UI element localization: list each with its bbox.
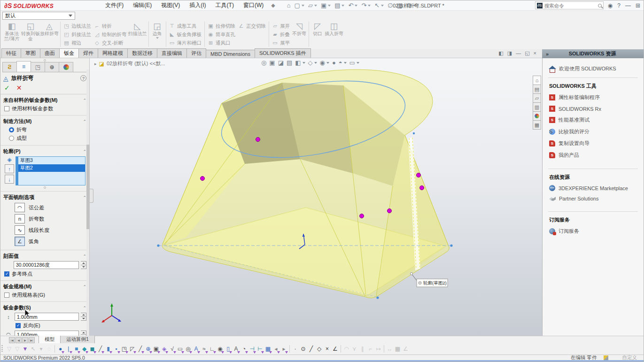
undo-icon[interactable]: ↶ [347,1,359,9]
line-tool-icon[interactable]: ∣ [64,345,72,353]
sketch-point-icon[interactable]: · [291,345,299,353]
tab-scroll-button[interactable]: |◀ [9,337,15,343]
zoom-note-icon[interactable]: ◉ [216,345,224,353]
border-tool-icon[interactable]: ▣ [152,345,160,353]
collapse-icon[interactable]: ⌃ [83,149,86,154]
move-up-button[interactable]: ↑ [5,164,14,173]
bend-radius-stepper[interactable] [81,331,86,336]
view-palette-tab[interactable]: ▥ [533,102,541,112]
collapse-icon[interactable]: ⌃ [83,119,86,124]
ribbon-big-button[interactable]: ◹ 不折弯 [291,21,307,48]
method-radio[interactable]: 成型 [9,135,86,142]
parallel-tool-icon[interactable]: ∥ [358,345,366,353]
branch-tool-icon[interactable]: ⋎ [350,345,358,353]
displaymanager-tab[interactable] [59,62,73,72]
edit-appearance-icon[interactable]: ● [332,59,336,66]
ribbon-tab[interactable]: SOLIDWORKS 插件 [255,48,311,58]
reverse-direction-checkbox[interactable] [16,323,21,328]
profile-list-item[interactable]: 草图3 [18,157,85,164]
task-pane-link[interactable]: S 复制设置向导 [543,138,644,149]
home-icon[interactable]: ⌂ [286,1,292,9]
profile-list-item[interactable]: 草图2 [18,164,85,172]
menu-item[interactable]: 窗口(W) [239,0,268,11]
ribbon-button[interactable]: ◣ 钣金角撑板 [168,31,203,39]
user-icon[interactable]: ◉ [605,2,615,9]
dimxpertmanager-tab[interactable]: ⊕ [45,62,59,72]
facet-option-button[interactable]: ∠ [15,237,25,246]
filter-vertices-icon[interactable]: ▽ [5,345,13,353]
new-document-icon[interactable]: ▢ [293,1,306,9]
pane-left-icon[interactable]: ◧ [498,50,503,56]
panel-splitter-handle[interactable] [90,189,93,203]
curve-tool-icon[interactable]: ≈ [200,345,208,353]
origin-tool-icon[interactable]: ⊕ [144,345,152,353]
pin-menubar-icon[interactable]: ◆ [271,2,275,8]
lasso-select-icon[interactable]: ◌ [45,345,53,353]
corner-rect-tool-icon[interactable]: ◳ [120,345,128,353]
menu-item[interactable]: 编辑(E) [128,0,156,11]
featuremanager-tab[interactable]: Ƨ [2,62,17,72]
scrollbar-thumb[interactable] [86,145,89,229]
box-tool-icon[interactable]: ◼ [88,345,96,353]
hdimension-icon[interactable]: ↔ [386,345,394,353]
configuration-dropdown[interactable]: 默认 [2,12,75,20]
collapse-icon[interactable]: ⌃ [83,306,86,310]
ribbon-button[interactable]: ∠ 正交切除 [237,22,267,30]
menu-item[interactable]: 工具(T) [211,0,239,11]
save-icon[interactable]: ▣ [319,1,332,9]
facet-value-input[interactable]: 30.00001286度 [14,261,79,269]
resize-grip[interactable] [44,186,46,189]
sketch-line-icon[interactable]: ╱ [307,345,315,353]
facet-option-button[interactable]: ∿ [15,225,25,235]
apply-scene-icon[interactable]: ◓ [339,59,347,66]
plug-right-icon[interactable]: ⊢ [256,345,264,353]
ribbon-big-button[interactable]: ◸ 切口 [310,21,325,48]
filter-faces-icon[interactable]: ▽ [13,345,21,353]
corner-tool-icon[interactable]: ◸ [128,345,136,353]
appearances-tab[interactable] [533,111,541,121]
menu-item[interactable]: 文件(F) [101,0,128,11]
ribbon-big-button[interactable]: ◺ 扫描法兰 [128,21,147,48]
ribbon-button[interactable]: ⊤ 成形工具 [168,22,203,30]
ribbon-button[interactable]: ◉ 简单直孔 [206,31,237,39]
ribbon-tab[interactable]: 焊件 [78,48,98,58]
thickness-stepper[interactable] [81,313,86,321]
ribbon-button[interactable]: ▱ 展开 [271,22,291,30]
collapse-icon[interactable]: ⌃ [83,98,86,103]
custom-properties-tab[interactable]: ▦ [533,120,541,130]
configurationmanager-tab[interactable]: ◳ [31,62,45,72]
text-props-icon[interactable]: A [232,345,240,353]
corner-gray-icon[interactable]: ⌐ [366,345,374,353]
graphics-viewport[interactable]: 轮廓(草图2) ▸ ◪ 02放样折弯 (默认) <<默... ◎ ▣ [90,58,542,336]
ribbon-big-button[interactable]: ◬ 放样折弯 [40,21,59,48]
ribbon-button[interactable]: ◰ 斜接法兰 [62,31,93,39]
ribbon-button[interactable]: ▤ 褶边 [62,39,93,47]
ribbon-button[interactable]: ▣ 拉伸切除 [206,22,237,30]
plug-left-icon[interactable]: ⊣ [248,345,256,353]
task-pane-link[interactable]: Partner Solutions [543,193,644,204]
ribbon-tab[interactable]: 数据迁移 [127,48,157,58]
task-pane-link[interactable]: S 属性标签编制程序 [543,92,644,103]
task-pane-link[interactable]: 3DEXPERIENCE Marketplace [543,183,644,193]
ribbon-button[interactable]: ◿ 绘制的折弯 [93,31,128,39]
facet-option-button[interactable]: ◠ [15,203,25,212]
welcome-link[interactable]: 欢迎使用 SOLIDWORKS [543,63,644,75]
select-tool-icon[interactable]: ↖ [29,345,37,353]
ribbon-button[interactable]: ▰ 折叠 [271,31,291,39]
sketch-angle-icon[interactable]: ∠ [331,345,339,353]
bend-radius-input[interactable]: 1.000mm [15,331,79,336]
angle-gray-icon[interactable]: ∠ [402,345,410,353]
tab-scroll-button[interactable]: ◀ [16,337,22,343]
print-icon[interactable]: ▤ [333,1,346,9]
line2-tool-icon[interactable]: ╱ [136,345,144,353]
facet-option-button[interactable]: n [15,214,25,223]
ribbon-tab[interactable]: 钣金 [59,48,79,58]
breadcrumb[interactable]: ▸ ◪ 02放样折弯 (默认) <<默... [94,60,165,67]
measure-tool-icon[interactable]: ∟ [208,345,216,353]
open-icon[interactable]: ▱ [307,1,318,9]
tab-scroll-button[interactable]: ▶| [29,337,35,343]
collapse-icon[interactable]: ⌃ [83,285,86,289]
ribbon-tab[interactable]: 评估 [186,48,206,58]
ribbon-big-button[interactable]: ◲ 边角 [150,21,164,48]
ribbon-button[interactable]: ▭ 薄片和槽口 [168,39,203,47]
